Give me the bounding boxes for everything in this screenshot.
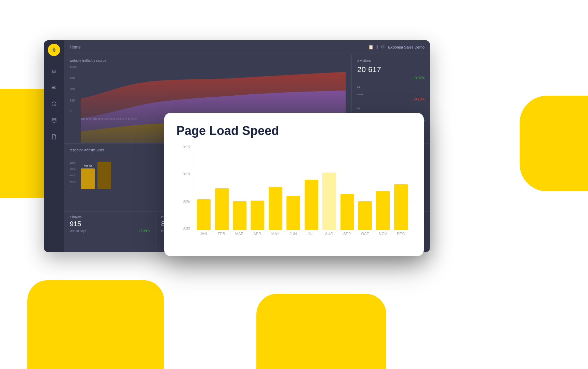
x-label-apr: APR [250, 232, 266, 241]
x-label-feb: FEB [214, 232, 230, 241]
bar-jun [285, 196, 301, 230]
y-label-010: 0:10 [183, 172, 190, 176]
traffic-chart-area: 1000 750 500 250 0 [70, 65, 346, 120]
chart-y-labels: 1000 750 500 250 0 [70, 65, 79, 113]
svg-rect-0 [52, 86, 56, 86]
stat-buyers-footer: last 30 days +7.39% [70, 229, 150, 233]
topbar-right: 📋 ℹ ⚙ Exponea Sales Demo [368, 44, 425, 50]
modal-x-axis: JAN FEB MAR APR MAY JUN JUL AUG SEP OCT … [193, 232, 412, 241]
y-label-005: 0:05 [183, 199, 190, 203]
modal-y-axis: 0:15 0:10 0:05 0:00 [176, 145, 193, 230]
visitors-title: # visitors [357, 59, 425, 63]
bar-jan [196, 199, 212, 230]
page-title: Home [70, 45, 81, 50]
traffic-title: website traffic by source [70, 59, 346, 63]
svg-point-4 [52, 118, 56, 120]
x-label-oct: OCT [357, 232, 373, 241]
visitors-value: 20 617 [357, 65, 425, 74]
stat-buyers-change: +7.39% [138, 229, 150, 233]
bar-jul [304, 180, 319, 230]
modal-chart-container: 0:15 0:10 0:05 0:00 [176, 145, 412, 241]
yellow-decoration-right [520, 96, 588, 191]
bar-aug [321, 173, 337, 230]
bar-oct [357, 201, 373, 230]
bar-group-2 [97, 161, 111, 189]
visitors-change: +3.92% [357, 76, 425, 80]
bar-1 [81, 168, 95, 189]
bar-nov [375, 191, 391, 230]
stat-buyers-value: 915 [70, 220, 150, 228]
bar-2 [97, 162, 111, 189]
x-label-sep: SEP [339, 232, 355, 241]
company-name: Exponea Sales Demo [388, 45, 425, 49]
sidebar-logo: b [48, 44, 60, 56]
sidebar: b ⊞ [44, 40, 64, 252]
bar-mar [232, 201, 248, 230]
yellow-decoration-bottom-left [27, 280, 164, 369]
stat-buyers-label: # buyers [70, 215, 150, 219]
x-label-jan: JAN [196, 232, 212, 241]
x-label-jun: JUN [285, 232, 302, 241]
info-icon[interactable]: ℹ [376, 44, 378, 50]
bar-apr [250, 201, 265, 230]
bar-sep [339, 194, 355, 230]
bar-dec [393, 184, 409, 230]
x-label-mar: MAR [231, 232, 248, 241]
x-label-nov: NOV [375, 232, 391, 241]
panel-value-2: — [357, 90, 425, 97]
svg-rect-2 [52, 88, 56, 89]
y-label-015: 0:15 [183, 145, 190, 149]
bar-feb [214, 188, 229, 230]
clipboard-icon[interactable]: 📋 [368, 44, 374, 50]
topbar: Home 📋 ℹ ⚙ Exponea Sales Demo [64, 40, 430, 54]
svg-rect-1 [52, 87, 55, 88]
sidebar-item-files[interactable] [49, 132, 59, 141]
page-load-speed-modal: Page Load Speed 0:15 0:10 0:05 0:00 [164, 113, 424, 256]
panel-change-2: -0.19% [357, 97, 425, 101]
x-label-jul: JUL [303, 232, 319, 241]
panel-label-3: rs [357, 107, 425, 110]
sidebar-item-campaigns[interactable] [49, 83, 59, 92]
settings-icon[interactable]: ⚙ [381, 44, 385, 50]
bar-may [268, 187, 283, 230]
yellow-decoration-bottom-center [256, 294, 386, 369]
panel-label-2: rs [357, 85, 425, 89]
x-label-may: MAY [267, 232, 283, 241]
x-label-aug: AUG [321, 232, 337, 241]
bar-group-1: 331 32 [81, 165, 95, 189]
topbar-icons: 📋 ℹ ⚙ [368, 44, 385, 50]
stat-buyers: # buyers 915 last 30 days +7.39% [64, 212, 156, 252]
x-label-dec: DEC [393, 232, 409, 241]
modal-bars-area [193, 145, 412, 230]
sidebar-item-database[interactable] [49, 115, 59, 125]
sidebar-item-dashboard[interactable]: ⊞ [49, 66, 59, 76]
stat-buyers-period: last 30 days [70, 229, 86, 233]
y-label-000: 0:00 [183, 226, 190, 230]
sidebar-item-history[interactable] [49, 99, 59, 109]
modal-title: Page Load Speed [176, 124, 412, 138]
